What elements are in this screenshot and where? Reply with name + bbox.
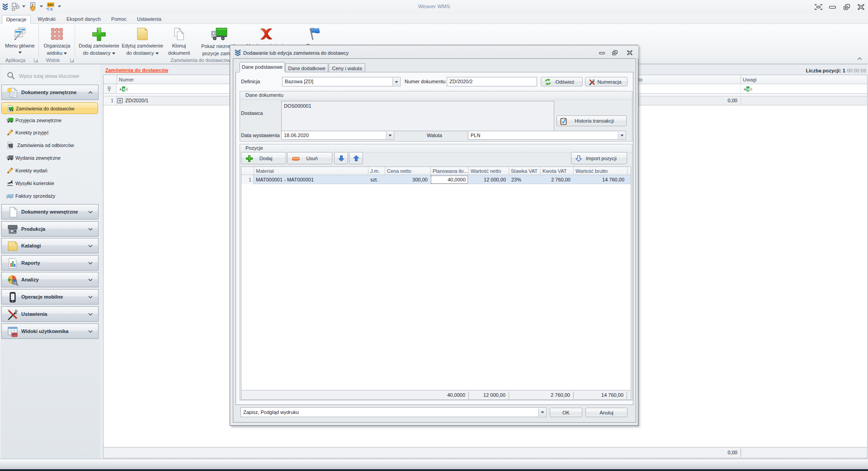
svg-text:C: C	[126, 87, 128, 91]
svg-text:B: B	[747, 87, 750, 91]
svg-text:A: A	[119, 87, 122, 91]
svg-text:B: B	[123, 87, 126, 91]
svg-text:C: C	[750, 87, 752, 91]
svg-text:A: A	[744, 87, 746, 91]
